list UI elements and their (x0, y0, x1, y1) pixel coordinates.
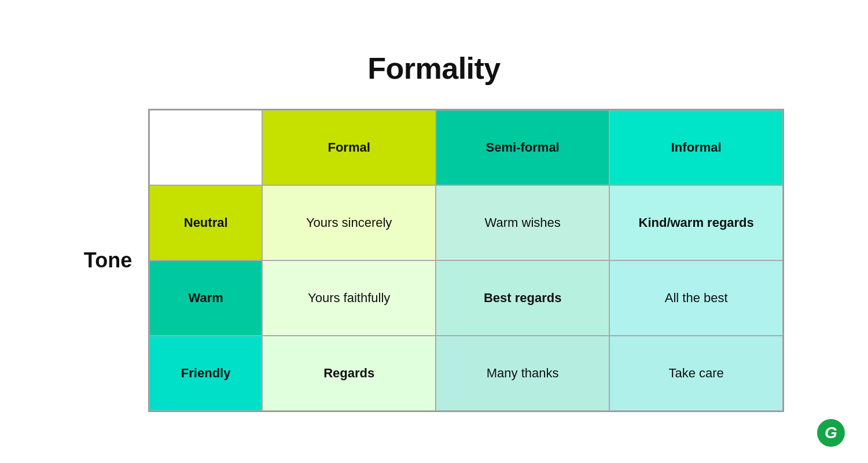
formality-grid: Formal Semi-formal Informal Neutral Your… (148, 109, 784, 412)
header-empty (149, 110, 262, 185)
row-warm-semiformal: Best regards (436, 260, 609, 336)
grammarly-badge: G (817, 419, 845, 447)
row-friendly-formal: Regards (262, 336, 436, 411)
row-warm-informal: All the best (609, 260, 783, 336)
row-friendly-label: Friendly (149, 336, 262, 411)
chart-wrapper: Tone Formal Semi-formal Informal Neutral… (84, 109, 784, 412)
row-neutral-semiformal: Warm wishes (436, 185, 609, 260)
row-friendly-semiformal: Many thanks (436, 336, 609, 411)
tone-label: Tone (84, 248, 132, 273)
page-title: Formality (367, 51, 501, 86)
header-formal: Formal (262, 110, 436, 185)
row-neutral-label: Neutral (149, 185, 262, 260)
row-neutral-informal: Kind/warm regards (609, 185, 783, 260)
row-warm-label: Warm (149, 260, 262, 336)
row-neutral-formal: Yours sincerely (262, 185, 436, 260)
row-friendly-informal: Take care (609, 336, 783, 411)
row-warm-formal: Yours faithfully (262, 260, 436, 336)
header-semiformal: Semi-formal (436, 110, 609, 185)
header-informal: Informal (609, 110, 783, 185)
